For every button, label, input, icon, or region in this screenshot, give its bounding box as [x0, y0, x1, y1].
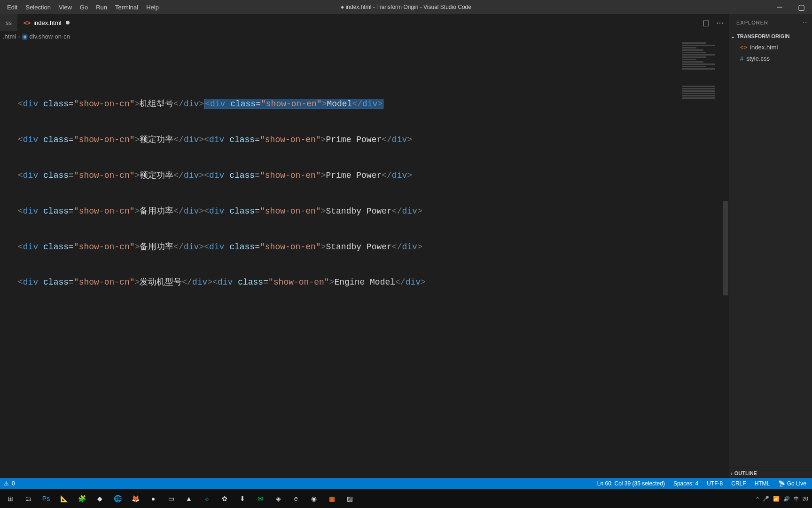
app-icon[interactable]: ◈ — [272, 492, 285, 505]
app-icon[interactable]: ▨ — [343, 492, 356, 505]
clock[interactable]: 20 — [803, 496, 808, 501]
status-bar: ⚠ 0 Ln 60, Col 39 (35 selected) Spaces: … — [0, 478, 812, 489]
tab-label: index.html — [33, 19, 61, 26]
menu-selection[interactable]: Selection — [22, 0, 54, 14]
app-icon[interactable]: 📐 — [57, 492, 70, 505]
modified-indicator-icon — [66, 21, 70, 24]
go-live-label: Go Live — [787, 480, 806, 487]
explorer-title-label: EXPLORER — [736, 20, 768, 25]
file-label: index.html — [750, 44, 778, 51]
menu-help[interactable]: Help — [143, 0, 162, 14]
maximize-button[interactable]: ▢ — [790, 0, 812, 14]
ime-indicator[interactable]: 中 — [794, 495, 799, 502]
menu-bar: Edit Selection View Go Run Terminal Help — [0, 0, 162, 14]
indentation[interactable]: Spaces: 4 — [673, 480, 698, 487]
browser-icon[interactable]: 🌐 — [111, 492, 124, 505]
app-icon[interactable]: 🧩 — [75, 492, 88, 505]
language-mode[interactable]: HTML — [755, 480, 770, 487]
file-explorer-icon[interactable]: 🗂 — [22, 492, 35, 505]
window-controls: ─ ▢ — [769, 0, 812, 14]
code-line[interactable]: <div class="show-on-cn">机组型号</div><div c… — [18, 98, 728, 111]
code-line[interactable]: <div class="show-on-cn">备用功率</div><div c… — [18, 241, 728, 254]
project-header[interactable]: ⌄ TRANSFORM ORIGIN — [729, 31, 812, 41]
tab-ss[interactable]: ss — [0, 14, 18, 31]
tray-chevron-icon[interactable]: ^ — [757, 496, 759, 501]
code-line[interactable]: <div class="show-on-cn">额定功率</div><div c… — [18, 169, 728, 183]
menu-view[interactable]: View — [55, 0, 75, 14]
chevron-right-icon: › — [731, 470, 733, 476]
scrollbar-thumb[interactable] — [723, 201, 728, 295]
volume-icon[interactable]: 🔊 — [783, 496, 790, 502]
project-name: TRANSFORM ORIGIN — [737, 33, 789, 39]
code-editor[interactable]: <div class="show-on-cn">机组型号</div><div c… — [0, 41, 728, 478]
app-icon[interactable]: ● — [147, 492, 160, 505]
windows-taskbar: ⊞ 🗂 Ps 📐 🧩 ◆ 🌐 🦊 ● ▭ ▲ ⟐ ✿ ⬇ ✉ ◈ e ◉ ▦ ▨… — [0, 489, 812, 508]
chrome-icon[interactable]: ◉ — [307, 492, 320, 505]
more-icon[interactable]: ⋯ — [803, 20, 808, 26]
more-actions-icon[interactable]: ⋯ — [716, 18, 724, 27]
outline-header[interactable]: › OUTLINE — [729, 468, 812, 478]
file-label: style.css — [746, 55, 770, 62]
encoding[interactable]: UTF-8 — [707, 480, 723, 487]
firefox-icon[interactable]: 🦊 — [129, 492, 142, 505]
app-icon[interactable]: ▭ — [164, 492, 178, 505]
edge-icon[interactable]: e — [289, 492, 303, 505]
system-tray[interactable]: ^ 🎤 📶 🔊 中 20 — [757, 495, 812, 502]
outline-label: OUTLINE — [734, 470, 757, 476]
split-editor-icon[interactable]: ◫ — [703, 18, 710, 27]
eol[interactable]: CRLF — [731, 480, 746, 487]
explorer-sidebar: EXPLORER ⋯ ⌄ TRANSFORM ORIGIN <> index.h… — [728, 14, 812, 478]
problems-count[interactable]: 0 — [12, 480, 15, 487]
wechat-icon[interactable]: ✉ — [254, 492, 267, 505]
tab-actions: ◫ ⋯ — [703, 14, 728, 31]
html-file-icon: <> — [740, 44, 747, 51]
file-style-css[interactable]: # style.css — [729, 53, 812, 64]
html-file-icon: <> — [23, 19, 31, 26]
cursor-position[interactable]: Ln 60, Col 39 (35 selected) — [597, 480, 665, 487]
tab-index-html[interactable]: <> index.html — [18, 14, 76, 31]
code-line[interactable]: <div class="show-on-cn">额定功率</div><div c… — [18, 134, 728, 147]
go-live-button[interactable]: 📡 Go Live — [778, 480, 806, 487]
tab-label: ss — [6, 19, 12, 26]
vscode-icon[interactable]: ⟐ — [200, 492, 213, 505]
title-bar: Edit Selection View Go Run Terminal Help… — [0, 0, 812, 14]
app-icon[interactable]: ▲ — [182, 492, 195, 505]
css-file-icon: # — [740, 55, 743, 62]
mic-icon[interactable]: 🎤 — [763, 496, 769, 502]
breadcrumb-file[interactable]: .html — [3, 33, 16, 40]
file-index-html[interactable]: <> index.html — [729, 41, 812, 53]
network-icon[interactable]: 📶 — [773, 496, 780, 502]
app-icon[interactable]: ⬇ — [236, 492, 249, 505]
code-line[interactable]: <div class="show-on-cn">发动机型号</div><div … — [18, 276, 728, 289]
photoshop-icon[interactable]: Ps — [39, 492, 53, 505]
menu-edit[interactable]: Edit — [4, 0, 21, 14]
app-icon[interactable]: ◆ — [93, 492, 106, 505]
app-icon[interactable]: ✿ — [218, 492, 231, 505]
xampp-icon[interactable]: ▦ — [325, 492, 338, 505]
menu-run[interactable]: Run — [93, 0, 110, 14]
minimize-button[interactable]: ─ — [769, 0, 790, 14]
broadcast-icon: 📡 — [778, 480, 785, 487]
chevron-down-icon: ⌄ — [731, 33, 735, 40]
breadcrumb-symbol[interactable]: div.show-on-cn — [30, 33, 70, 40]
chevron-right-icon: › — [18, 33, 20, 40]
explorer-title: EXPLORER ⋯ — [729, 14, 812, 31]
warning-icon[interactable]: ⚠ — [4, 480, 9, 487]
code-line[interactable]: <div class="show-on-cn">备用功率</div><div c… — [18, 205, 728, 218]
symbol-icon: ▣ — [22, 33, 28, 40]
menu-go[interactable]: Go — [77, 0, 91, 14]
window-title: ● index.html - Transform Origin - Visual… — [341, 4, 471, 10]
menu-terminal[interactable]: Terminal — [112, 0, 141, 14]
breadcrumbs[interactable]: .html › ▣ div.show-on-cn — [0, 31, 728, 41]
start-button[interactable]: ⊞ — [4, 492, 17, 505]
